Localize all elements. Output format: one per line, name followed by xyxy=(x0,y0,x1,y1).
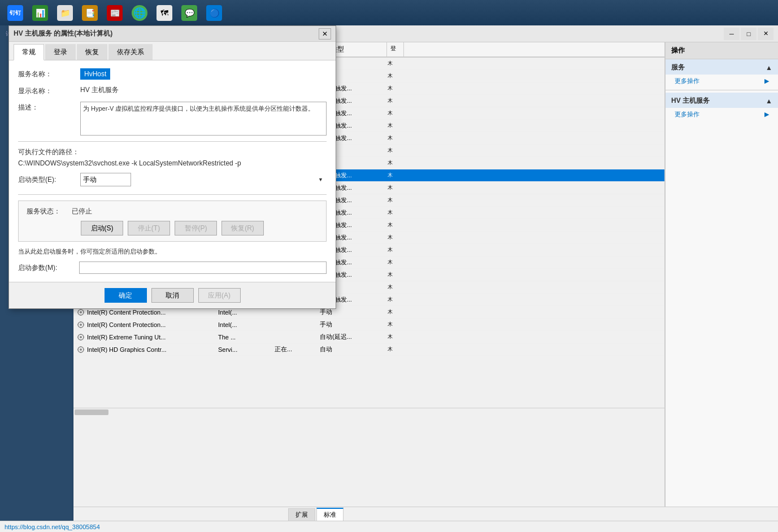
dingding-label: 钉钉 xyxy=(10,9,21,17)
actions-section-hv[interactable]: HV 主机服务 ▲ xyxy=(666,93,778,108)
startup-type-select[interactable]: 自动自动(延迟启动)手动禁用 xyxy=(80,173,131,186)
service-row-23[interactable]: Intel(R) HD Graphics Contr... Servi... 正… xyxy=(73,343,664,356)
ok-btn[interactable]: 确定 xyxy=(105,288,147,303)
status-label: 服务状态： xyxy=(27,207,72,216)
svc-col5-22: 木 xyxy=(388,333,393,341)
taskbar-icon-dingding[interactable]: 钉钉 xyxy=(4,2,27,24)
service-action-btns: 启动(S) 停止(T) 暂停(P) 恢复(R) xyxy=(27,221,318,236)
desc-label: 描述： xyxy=(18,102,80,112)
param-input[interactable] xyxy=(79,261,327,274)
taskbar-icon-3[interactable]: 📑 xyxy=(79,2,101,24)
svc-col5-8: 木 xyxy=(388,159,393,167)
svg-rect-125 xyxy=(83,312,84,313)
svg-rect-124 xyxy=(77,312,79,313)
svg-rect-130 xyxy=(77,324,79,325)
svg-rect-129 xyxy=(80,327,81,328)
svc-col5-14: 木 xyxy=(388,234,393,241)
svc-col5-13: 木 xyxy=(388,221,393,229)
dialog-content: 服务名称： HvHost 显示名称： HV 主机服务 描述： 为 Hyper-V… xyxy=(9,60,336,282)
svg-rect-131 xyxy=(83,324,84,325)
svc-name-23: Intel(R) HD Graphics Contr... xyxy=(87,346,167,353)
taskbar-icon-1[interactable]: 📊 xyxy=(29,2,51,24)
taskbar-icon-2[interactable]: 📁 xyxy=(54,2,76,24)
svc-col5-16: 木 xyxy=(388,259,393,266)
svc-desc-22: The ... xyxy=(218,334,236,341)
svg-point-127 xyxy=(80,324,82,326)
stop-btn[interactable]: 停止(T) xyxy=(128,221,170,236)
svg-rect-123 xyxy=(80,315,81,316)
svc-col5-21: 木 xyxy=(388,321,393,328)
actions-more-ops-2[interactable]: 更多操作 ▶ xyxy=(666,108,778,121)
svc-col5-2: 木 xyxy=(388,85,393,92)
svg-point-139 xyxy=(80,348,82,351)
param-row: 启动参数(M): xyxy=(18,261,327,274)
tab-recovery[interactable]: 恢复 xyxy=(77,44,107,60)
service-gear-icon xyxy=(77,333,85,341)
tab-login[interactable]: 登录 xyxy=(45,44,76,60)
svg-rect-140 xyxy=(80,346,81,347)
start-btn[interactable]: 启动(S) xyxy=(81,221,123,236)
actions-panel: 操作 服务 ▲ 更多操作 ▶ HV 主机服务 ▲ 更多操作 ▶ xyxy=(665,42,778,507)
service-row-22[interactable]: Intel(R) Extreme Tuning Ut... The ... 自动… xyxy=(73,331,664,343)
svc-col5-6: 木 xyxy=(388,134,393,142)
actions-section-services[interactable]: 服务 ▲ xyxy=(666,59,778,75)
svc-startup-22: 自动(延迟... xyxy=(320,333,352,341)
taskbar-icon-4[interactable]: 📰 xyxy=(103,2,126,24)
service-row-21[interactable]: Intel(R) Content Protection... Intel(...… xyxy=(73,319,664,331)
svc-status-23: 正在... xyxy=(275,345,292,354)
status-row: 服务状态： 已停止 xyxy=(27,207,318,216)
pause-btn[interactable]: 暂停(P) xyxy=(175,221,217,236)
path-label: 可执行文件的路径： xyxy=(18,147,327,157)
actions-more-ops-1[interactable]: 更多操作 ▶ xyxy=(666,75,778,88)
taskbar-icon-8[interactable]: 🔵 xyxy=(203,2,225,24)
svc-col5-15: 木 xyxy=(388,246,393,254)
taskbar-icon-6[interactable]: 🗺 xyxy=(153,2,176,24)
svc-name-20: Intel(R) Content Protection... xyxy=(87,309,166,316)
service-gear-icon xyxy=(77,321,85,329)
svg-rect-134 xyxy=(80,334,81,335)
status-url: https://blog.csdn.net/qq_38005854 xyxy=(5,524,100,530)
desc-textarea[interactable]: 为 Hyper-V 虚拟机监控程序提供接口，以便为主机操作系统提供单分区性能计数… xyxy=(80,102,327,136)
sep-2 xyxy=(18,194,327,195)
apply-btn[interactable]: 应用(A) xyxy=(198,288,241,303)
service-name-value[interactable]: HvHost xyxy=(80,68,110,80)
resume-btn[interactable]: 恢复(R) xyxy=(221,221,264,236)
hscrollbar-thumb[interactable] xyxy=(75,409,108,415)
svc-col5-11: 木 xyxy=(388,197,393,204)
tab-dependencies[interactable]: 依存关系 xyxy=(108,44,153,60)
svc-col5-7: 木 xyxy=(388,147,393,154)
cancel-btn[interactable]: 取消 xyxy=(151,288,194,303)
svc-name-22: Intel(R) Extreme Tuning Ut... xyxy=(87,334,166,341)
actions-header: 操作 xyxy=(666,42,778,59)
taskbar-icon-7[interactable]: 💬 xyxy=(178,2,201,24)
tab-expand[interactable]: 扩展 xyxy=(288,508,315,521)
cm-maximize-btn[interactable]: □ xyxy=(741,28,757,40)
status-bar: https://blog.csdn.net/qq_38005854 xyxy=(0,521,778,532)
actions-sep-1 xyxy=(666,90,778,90)
svc-col5-20: 木 xyxy=(388,308,393,316)
hscrollbar[interactable] xyxy=(73,408,664,416)
tab-general[interactable]: 常规 xyxy=(14,44,44,60)
hint-text: 当从此处启动服务时，你可指定所适用的启动参数。 xyxy=(18,247,327,256)
tab-standard[interactable]: 标准 xyxy=(316,508,344,521)
dialog-close-btn[interactable]: ✕ xyxy=(319,28,331,40)
cm-minimize-btn[interactable]: ─ xyxy=(724,28,740,40)
param-label: 启动参数(M): xyxy=(18,263,75,273)
taskbar-icon-5[interactable]: 🌐 xyxy=(128,2,151,24)
svg-rect-143 xyxy=(83,349,84,350)
svc-col5-0: 木 xyxy=(388,60,393,67)
startup-type-select-wrapper: 自动自动(延迟启动)手动禁用 xyxy=(80,173,327,186)
service-gear-icon xyxy=(77,346,85,354)
svc-col5-10: 木 xyxy=(388,184,393,191)
svc-col5-19: 木 xyxy=(388,296,393,303)
svc-desc-21: Intel(... xyxy=(218,321,237,328)
svc-col5-23: 木 xyxy=(388,346,393,353)
field-display-name: 显示名称： HV 主机服务 xyxy=(18,85,327,96)
status-section: 服务状态： 已停止 启动(S) 停止(T) 暂停(P) 恢复(R) xyxy=(18,200,327,242)
dialog-title: HV 主机服务 的属性(本地计算机) xyxy=(14,29,319,38)
service-gear-icon xyxy=(77,308,85,316)
startup-type-label: 启动类型(E): xyxy=(18,175,80,185)
col-login[interactable]: 登 xyxy=(387,42,404,56)
cm-close-btn[interactable]: ✕ xyxy=(758,28,773,40)
svc-col5-4: 木 xyxy=(388,110,393,117)
